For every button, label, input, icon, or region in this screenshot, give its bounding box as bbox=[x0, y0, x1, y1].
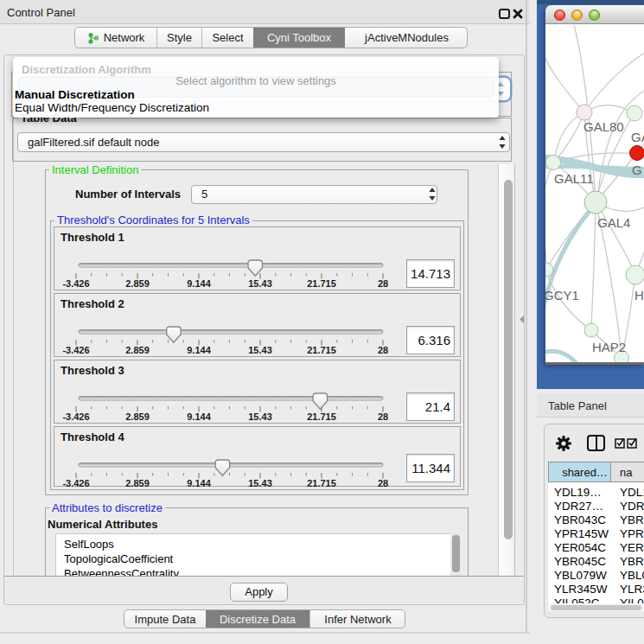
svg-text:21.715: 21.715 bbox=[307, 411, 336, 422]
svg-text:2.859: 2.859 bbox=[125, 278, 150, 289]
svg-text:15.43: 15.43 bbox=[248, 478, 272, 488]
svg-text:15.43: 15.43 bbox=[248, 411, 272, 422]
svg-text:9.144: 9.144 bbox=[187, 411, 211, 422]
svg-text:21.715: 21.715 bbox=[307, 478, 336, 488]
svg-text:28: 28 bbox=[378, 345, 388, 355]
svg-text:9.144: 9.144 bbox=[187, 478, 211, 488]
svg-text:28: 28 bbox=[378, 411, 388, 422]
svg-text:21.715: 21.715 bbox=[307, 345, 336, 355]
svg-text:28: 28 bbox=[378, 478, 388, 488]
svg-text:2.859: 2.859 bbox=[125, 411, 150, 422]
svg-text:28: 28 bbox=[378, 278, 388, 289]
svg-text:15.43: 15.43 bbox=[248, 345, 272, 355]
svg-text:9.144: 9.144 bbox=[187, 278, 211, 289]
svg-text:-3.426: -3.426 bbox=[62, 411, 89, 422]
svg-text:-3.426: -3.426 bbox=[62, 345, 89, 355]
svg-text:2.859: 2.859 bbox=[125, 345, 150, 355]
svg-text:-3.426: -3.426 bbox=[62, 478, 89, 488]
svg-text:2.859: 2.859 bbox=[125, 478, 150, 488]
svg-text:15.43: 15.43 bbox=[248, 278, 272, 289]
svg-text:21.715: 21.715 bbox=[307, 278, 336, 289]
svg-text:-3.426: -3.426 bbox=[62, 278, 89, 289]
svg-text:9.144: 9.144 bbox=[187, 345, 211, 355]
